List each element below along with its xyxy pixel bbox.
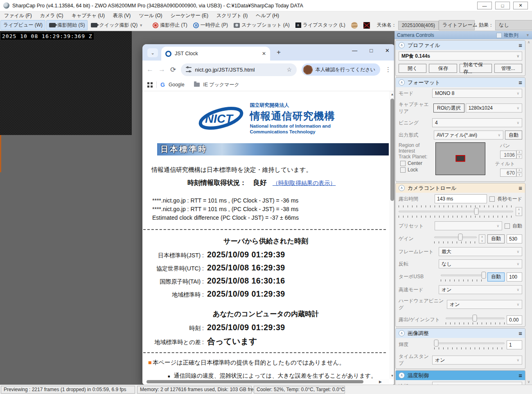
gain-slider[interactable] [434, 234, 477, 241]
profile-open-button[interactable]: 開く [399, 64, 426, 73]
profile-section-header[interactable]: ∧ プロファイル ≡ [396, 41, 525, 50]
maximize-button[interactable]: □ [495, 2, 510, 9]
panel-collapse-icon[interactable]: ▼ [526, 33, 530, 37]
gain-auto-button[interactable]: 自動 [487, 234, 505, 243]
slider-thumb[interactable] [434, 340, 439, 347]
profile-button[interactable]: 本人確認を行ってください [302, 63, 380, 76]
menu-icon[interactable]: ≡ [518, 79, 522, 86]
browser-maximize-button[interactable]: □ [370, 47, 373, 54]
menu-capture[interactable]: キャプチャ (U) [68, 12, 109, 19]
center-checkbox[interactable] [400, 161, 406, 166]
effects-select[interactable]: なし [495, 20, 532, 30]
slider-thumb[interactable] [474, 208, 479, 215]
frame-type-select[interactable]: ライトフレーム [439, 20, 475, 30]
profile-select[interactable]: MP食 0.144s∨ [399, 52, 522, 61]
live-stack-button[interactable]: ライブスタック (L) [293, 20, 348, 30]
camera-section-header[interactable]: ∧ カメラコントロール ≡ [396, 183, 525, 193]
tab-close-icon[interactable]: ✕ [262, 51, 266, 56]
live-view-button[interactable]: ライブビュー (W) [0, 20, 45, 30]
collapse-icon[interactable]: ∧ [399, 79, 405, 86]
menu-icon[interactable]: ≡ [518, 330, 522, 337]
forward-icon[interactable]: → [158, 65, 165, 74]
profile-save-as-button[interactable]: 別名で保存... [460, 64, 492, 73]
panel-scrollbar[interactable]: ∧∨ [526, 40, 531, 384]
status-result-link[interactable]: （時刻取得結果の表示） [273, 180, 336, 186]
scrollbar-thumb[interactable] [147, 380, 363, 383]
profile-save-button[interactable]: 保存 [429, 64, 457, 73]
output-format-select[interactable]: AVIファイル(*.avi)∨ [434, 131, 503, 140]
timestamp-select[interactable]: オン∨ [432, 356, 522, 365]
snapshot-button[interactable]: スナップショット (A) [231, 20, 292, 30]
collapse-icon[interactable]: ∧ [399, 372, 405, 378]
brightness-value[interactable]: 1 [507, 340, 522, 349]
scroll-right-icon[interactable]: ▶ [379, 380, 382, 384]
profile-manage-button[interactable]: 管理... [494, 64, 522, 73]
exposure-spinner[interactable]: ∧∨ [516, 207, 522, 216]
camera-preview[interactable]: 2025 10 08 16:29:39:369 Z [0, 31, 132, 135]
menu-camera[interactable]: カメラ (C) [36, 12, 68, 19]
browser-minimize-button[interactable]: — [352, 47, 357, 54]
browser-menu-icon[interactable]: ⋮ [385, 66, 391, 73]
stop-capture-button[interactable]: 撮影停止 (T) [150, 20, 190, 30]
apps-grid-icon[interactable] [147, 82, 153, 88]
lock-checkbox[interactable] [400, 167, 406, 173]
flip-select[interactable]: なし∨ [439, 259, 522, 268]
preset-select[interactable]: ∨ [435, 221, 502, 230]
capture-area-select[interactable]: 1280x1024∨ [466, 104, 522, 113]
quick-capture-button[interactable]: クイック撮影 (Q)▼ [88, 20, 145, 30]
pan-spinner[interactable]: ∧∨ [516, 150, 522, 159]
exposure-slider[interactable] [399, 208, 513, 215]
gain-spinner[interactable]: ∧∨ [479, 234, 485, 243]
menu-scripts[interactable]: スクリプト (I) [212, 12, 252, 19]
scrollbar-thumb[interactable] [390, 99, 394, 201]
hardware-binning-select[interactable]: オン∨ [447, 300, 522, 309]
roi-map[interactable] [435, 142, 485, 175]
turbo-auto-button[interactable]: 自動 [487, 272, 505, 281]
roi-rectangle[interactable] [456, 155, 465, 162]
tilt-spinner[interactable]: ∧∨ [516, 168, 522, 177]
object-name-input[interactable]: 20251008(405) [398, 21, 439, 30]
multi-column-checkbox[interactable] [496, 33, 502, 38]
binning-select[interactable]: 4∨ [432, 118, 522, 127]
framerate-select[interactable]: 最大∨ [439, 247, 522, 256]
start-capture-button[interactable]: 撮影開始 (S) [46, 20, 88, 30]
menu-help[interactable]: ヘルプ (H) [252, 12, 283, 19]
new-tab-button[interactable]: + [277, 48, 281, 56]
gain-shift-slider[interactable] [446, 315, 505, 322]
browser-tab[interactable]: JST Clock ✕ [161, 47, 270, 61]
horizontal-scrollbar[interactable]: ▶ [142, 379, 389, 385]
menu-icon[interactable]: ≡ [518, 372, 522, 379]
minimize-button[interactable]: — [477, 2, 492, 9]
nict-button[interactable] [361, 21, 372, 30]
slider-thumb[interactable] [458, 234, 463, 241]
high-speed-select[interactable]: オン∨ [439, 285, 522, 294]
menu-icon[interactable]: ≡ [518, 185, 522, 191]
menu-file[interactable]: ファイル (F) [0, 12, 36, 19]
output-auto-button[interactable]: 自動 [505, 131, 522, 140]
turbo-usb-value[interactable]: 100 [507, 272, 522, 281]
menu-sequencer[interactable]: シーケンサー (E) [167, 12, 212, 19]
format-section-header[interactable]: ∧ フォーマット ≡ [396, 78, 525, 87]
temperature-section-header[interactable]: ∧ 温度制御 ≡ [396, 371, 525, 380]
bookmark-star-icon[interactable]: ☆ [286, 66, 292, 73]
pan-input[interactable]: 1036 [500, 151, 516, 159]
slider-thumb[interactable] [472, 315, 477, 322]
collapse-icon[interactable]: ∧ [399, 42, 405, 48]
collapse-icon[interactable]: ∧ [399, 185, 405, 191]
brightness-slider[interactable] [434, 340, 505, 347]
close-button[interactable]: ✕ [513, 2, 528, 9]
mode-select[interactable]: MONO 8∨ [432, 89, 522, 98]
preset-auto-checkbox[interactable] [505, 223, 510, 229]
browser-close-button[interactable]: ✕ [385, 47, 390, 54]
panel-header[interactable]: Camera Controls 複数列 ▼ [394, 31, 532, 39]
gain-shift-value[interactable]: 0.00 [507, 315, 522, 324]
bookmark-ie-folder[interactable]: IE ブックマーク [203, 81, 239, 88]
reload-icon[interactable]: ⟳ [170, 65, 176, 74]
long-exposure-checkbox[interactable] [489, 196, 495, 202]
menu-view[interactable]: 表示 (V) [109, 12, 135, 19]
image-section-header[interactable]: ∧ 画像調整 ≡ [396, 329, 525, 338]
bookmark-google[interactable]: Google [169, 82, 185, 88]
address-bar[interactable]: nict.go.jp/JST/JST5.html ☆ [181, 63, 297, 76]
slider-thumb[interactable] [481, 272, 486, 279]
tab-search-chevron-icon[interactable]: ⌄ [147, 48, 158, 57]
